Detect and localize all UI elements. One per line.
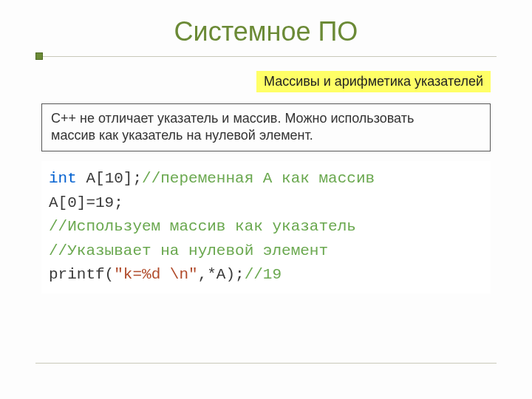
divider-bottom: [35, 363, 497, 364]
page-title: Системное ПО: [0, 16, 532, 47]
code-block: int A[10];//переменная A как массив A[0]…: [41, 161, 491, 293]
code-keyword: int: [49, 170, 77, 187]
code-text: printf(: [49, 266, 114, 283]
code-text: A[0]=19;: [49, 194, 123, 211]
code-comment: //Используем массив как указатель: [49, 218, 356, 235]
code-text: A[10];: [86, 170, 142, 187]
subtitle-badge: Массивы и арифметика указателей: [256, 71, 491, 92]
code-comment: //19: [245, 266, 282, 283]
divider-top: [35, 56, 497, 57]
body-line-2: массив как указатель на нулевой элемент.: [51, 128, 313, 143]
title-bullet: [35, 52, 43, 60]
code-text: ,*A);: [198, 266, 245, 283]
code-comment: //переменная A как массив: [142, 170, 375, 187]
code-comment: //Указывает на нулевой элемент: [49, 242, 328, 259]
code-string: "k=%d \n": [114, 266, 197, 283]
body-line-1: С++ не отличает указатель и массив. Можн…: [51, 111, 414, 126]
body-text: С++ не отличает указатель и массив. Можн…: [41, 103, 491, 151]
